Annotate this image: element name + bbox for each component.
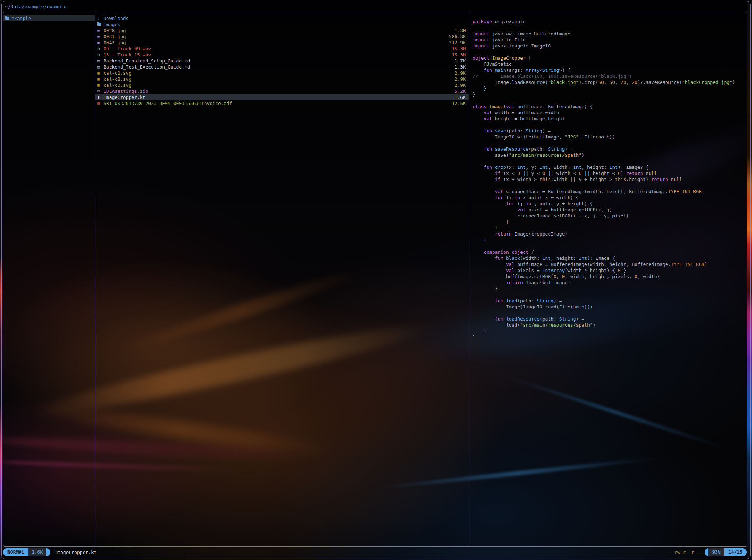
code-line: import java.io.File	[473, 37, 747, 43]
file-row[interactable]: ▤Backend_Test_Execution_Guide.md1.3K	[95, 64, 469, 70]
file-row[interactable]: ∩15 - Track 15.wav15.3M	[95, 52, 469, 58]
powerline-cap-icon	[705, 548, 708, 556]
code-line: val pixels = IntArray(width * height) { …	[473, 267, 747, 273]
selected-file-name: ImageCropper.kt	[55, 550, 96, 555]
file-row[interactable]: ▦SBI_0032013739_2023_DE05_0003155631Invo…	[95, 100, 469, 106]
current-path: ~/Data/example/example	[5, 4, 66, 10]
image-icon: ▣	[97, 82, 104, 88]
current-directory-pane[interactable]: ↓DownloadsImages▣0028.jpg1.3M▣0031.jpg58…	[95, 12, 469, 546]
audio-icon: ∩	[97, 46, 104, 52]
mode-indicator: NORMAL	[3, 548, 28, 556]
powerline-cap-icon	[46, 548, 50, 556]
markdown-icon: ▤	[97, 64, 104, 70]
file-row[interactable]: ▣cal-c1.svg2.9K	[95, 70, 469, 76]
scroll-percent: 93%	[708, 548, 724, 556]
file-name: ImageCropper.kt	[104, 94, 450, 100]
code-line: if (x < 0 || y < 0 || width < 0 || heigh…	[473, 170, 747, 176]
code-line: val pixel = buffImage.getRGB(i, j)	[473, 207, 747, 213]
code-line: }	[473, 286, 747, 292]
code-line: // Image.black(100, 100).saveResource("b…	[473, 73, 747, 79]
code-line: object ImageCropper {	[473, 55, 747, 61]
file-row[interactable]: ▣cal-c2.svg2.9K	[95, 76, 469, 82]
code-line: croppedImage.setRGB(i - x, j - y, pixel)	[473, 213, 747, 219]
code-line: if (x + width > this.width || y + height…	[473, 176, 747, 182]
code-line	[473, 122, 747, 128]
code-line: }	[473, 85, 747, 91]
code-line	[473, 158, 747, 164]
file-size: 1.6K	[455, 94, 466, 100]
file-name: cal-c2.svg	[104, 76, 450, 82]
code-line: save("src/main/resources/$path")	[473, 152, 747, 158]
file-name: 15 - Track 15.wav	[104, 52, 448, 58]
code-line: }	[473, 237, 747, 243]
image-icon: ▣	[97, 70, 104, 76]
code-line: import javax.imageio.ImageIO	[473, 43, 747, 49]
code-line: fun load(path: String) =	[473, 298, 747, 304]
file-name: SBI_0032013739_2023_DE05_0003155631Invoi…	[104, 100, 448, 106]
file-row[interactable]: Images	[95, 21, 469, 27]
file-manager-panes: example ↓DownloadsImages▣0028.jpg1.3M▣00…	[3, 12, 747, 547]
code-line: return Image(buffImage)	[473, 279, 747, 286]
file-row[interactable]: ▣0031.jpg586.3K	[95, 34, 469, 40]
parent-dir-row[interactable]: example	[3, 15, 95, 21]
code-line: fun main(args: Array<String>) {	[473, 67, 747, 73]
code-line	[473, 140, 747, 146]
code-line: import java.awt.image.BufferedImage	[473, 31, 747, 37]
file-size: 586.3K	[449, 34, 466, 40]
file-size: 1.3M	[455, 27, 466, 34]
file-row[interactable]: ▤Backend_Frontend_Setup_Guide.md1.7K	[95, 58, 469, 64]
file-row[interactable]: ▣0042.jpg212.9K	[95, 40, 469, 46]
file-size: 1.7K	[455, 58, 466, 64]
file-size: 2.9K	[455, 82, 466, 88]
code-line: val buffImage = BufferedImage(width, hei…	[473, 261, 747, 267]
file-row[interactable]: ↓Downloads	[95, 15, 469, 21]
cursor-position: 14/15	[724, 548, 747, 556]
zip-icon: ⊟	[97, 88, 104, 94]
code-line: fun black(width: Int, height: Int): Imag…	[473, 255, 747, 261]
code-line	[473, 97, 747, 104]
code-line: fun loadResource(path: String) =	[473, 316, 747, 322]
code-line: Image(ImageIO.read(File(path)))	[473, 304, 747, 310]
pdf-icon: ▦	[97, 100, 104, 106]
image-icon: ▣	[97, 40, 104, 46]
image-icon: ▣	[97, 27, 104, 34]
file-size: 212.9K	[449, 40, 466, 46]
folder-download-icon: ↓	[97, 15, 104, 21]
code-line: Image.loadResource("black.jpg").crop(50,…	[473, 79, 747, 85]
preview-pane[interactable]: package org.example import java.awt.imag…	[469, 12, 747, 546]
code-line: }	[473, 328, 747, 334]
file-row[interactable]: ⊟IDEAsettings.zip5.2K	[95, 88, 469, 94]
file-name: cal-c1.svg	[104, 70, 450, 76]
file-size: 2.9K	[455, 76, 466, 82]
markdown-icon: ▤	[97, 58, 104, 64]
file-name: IDEAsettings.zip	[104, 88, 450, 94]
file-size: 5.2K	[455, 88, 466, 94]
file-size: 12.5K	[452, 100, 466, 106]
file-row[interactable]: ∩09 - Track 09.wav15.3M	[95, 46, 469, 52]
status-left-group: NORMAL 1.6K ImageCropper.kt	[3, 548, 97, 556]
file-name: cal-c3.svg	[104, 82, 450, 88]
parent-directory-pane[interactable]: example	[3, 12, 95, 546]
selected-file-size: 1.6K	[28, 548, 46, 556]
file-name: Backend_Test_Execution_Guide.md	[104, 64, 450, 70]
code-line: val croppedImage = BufferedImage(width, …	[473, 188, 747, 195]
file-name: 0031.jpg	[104, 34, 445, 40]
file-name: Backend_Frontend_Setup_Guide.md	[104, 58, 450, 64]
file-size: 15.3M	[452, 46, 466, 52]
code-line	[473, 292, 747, 298]
code-line: return Image(croppedImage)	[473, 231, 747, 237]
code-line	[473, 49, 747, 55]
wallpaper-left-edge	[0, 0, 2, 560]
file-preview-code: package org.example import java.awt.imag…	[469, 15, 747, 340]
code-line: class Image(val buffImage: BufferedImage…	[473, 104, 747, 110]
code-line: load("src/main/resources/$path")	[473, 322, 747, 328]
file-name: 09 - Track 09.wav	[104, 46, 448, 52]
file-row[interactable]: ▣0028.jpg1.3M	[95, 27, 469, 34]
file-size: 15.3M	[452, 52, 466, 58]
file-row[interactable]: ▮ImageCropper.kt1.6K	[95, 94, 469, 100]
code-line: }	[473, 219, 747, 225]
status-bar: NORMAL 1.6K ImageCropper.kt -rw-r--r-- 9…	[3, 548, 747, 556]
code-line: }	[473, 91, 747, 97]
kotlin-file-icon: ▮	[97, 94, 104, 100]
file-row[interactable]: ▣cal-c3.svg2.9K	[95, 82, 469, 88]
